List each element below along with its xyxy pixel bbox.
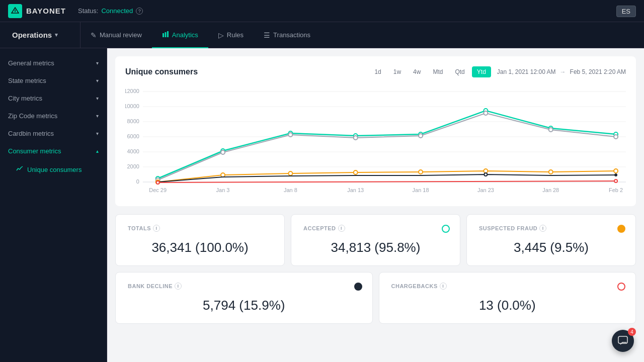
operations-label: Operations xyxy=(12,31,52,39)
chevron-icon: ▾ xyxy=(96,113,99,119)
chart-card: Unique consumers 1d 1w 4w Mtd Qtd Ytd Ja… xyxy=(115,56,636,206)
fraud-value: 3,445 (9.5%) xyxy=(479,240,623,255)
svg-text:Jan 13: Jan 13 xyxy=(347,187,364,193)
manual-review-icon: ✎ xyxy=(91,31,97,39)
sidebar-item-consumer-metrics[interactable]: Consumer metrics ▴ xyxy=(0,142,107,160)
logo: BAYONET xyxy=(8,4,66,18)
sidebar: General metrics ▾ State metrics ▾ City m… xyxy=(0,48,107,362)
sidebar-item-cardbin-metrics[interactable]: Cardbin metrics ▾ xyxy=(0,125,107,142)
svg-text:4000: 4000 xyxy=(127,148,139,154)
time-btn-mtd[interactable]: Mtd xyxy=(428,66,448,77)
tab-transactions-label: Transactions xyxy=(273,31,310,39)
tab-manual-review[interactable]: ✎ Manual review xyxy=(80,23,152,48)
svg-text:6000: 6000 xyxy=(127,133,139,139)
date-from: Jan 1, 2021 12:00 AM xyxy=(497,68,556,75)
totals-info-icon[interactable]: i xyxy=(153,225,160,232)
tab-rules[interactable]: ▷ Rules xyxy=(208,23,254,48)
fraud-info-icon[interactable]: i xyxy=(539,225,546,232)
metric-label-bank-decline: BANK DECLINE i xyxy=(128,283,360,290)
tab-rules-label: Rules xyxy=(227,31,244,39)
svg-point-37 xyxy=(288,133,292,137)
svg-point-38 xyxy=(354,136,358,140)
time-btn-4w[interactable]: 4w xyxy=(408,66,426,77)
metric-label-chargebacks: CHARGEBACKS i xyxy=(391,283,624,290)
time-btn-1w[interactable]: 1w xyxy=(388,66,406,77)
chevron-icon: ▾ xyxy=(96,60,99,66)
sub-item-label: Unique consumers xyxy=(27,166,82,173)
chargebacks-info-icon[interactable]: i xyxy=(440,283,447,290)
time-controls: 1d 1w 4w Mtd Qtd Ytd xyxy=(369,66,491,77)
sidebar-label-city: City metrics xyxy=(8,95,42,102)
chat-button[interactable]: 4 xyxy=(612,330,634,352)
sidebar-item-state-metrics[interactable]: State metrics ▾ xyxy=(0,72,107,89)
svg-text:12000: 12000 xyxy=(125,88,139,94)
svg-point-48 xyxy=(484,169,488,173)
tab-analytics-label: Analytics xyxy=(172,31,198,39)
svg-text:Jan 8: Jan 8 xyxy=(284,187,297,193)
sidebar-label-cardbin: Cardbin metrics xyxy=(8,130,54,137)
chevron-icon: ▾ xyxy=(96,96,99,101)
svg-point-53 xyxy=(614,173,617,176)
accepted-label-text: ACCEPTED xyxy=(303,225,336,231)
metrics-grid-top: TOTALS i 36,341 (100.0%) ACCEPTED i 34,8… xyxy=(115,214,636,266)
sidebar-label-consumer: Consumer metrics xyxy=(8,147,61,155)
chevron-icon: ▾ xyxy=(96,78,99,83)
language-badge[interactable]: ES xyxy=(616,6,636,17)
svg-point-36 xyxy=(221,150,225,154)
status-info-icon[interactable]: ? xyxy=(136,8,143,15)
svg-text:Jan 18: Jan 18 xyxy=(413,187,429,193)
time-btn-1d[interactable]: 1d xyxy=(369,66,386,77)
bank-decline-info-icon[interactable]: i xyxy=(175,283,182,290)
operations-dropdown[interactable]: Operations ▾ xyxy=(0,22,80,48)
metrics-grid-bottom: BANK DECLINE i 5,794 (15.9%) CHARGEBACKS… xyxy=(115,272,636,324)
chevron-up-icon: ▴ xyxy=(96,148,99,154)
totals-label-text: TOTALS xyxy=(128,225,151,231)
transactions-icon: ☰ xyxy=(264,31,270,39)
svg-text:10000: 10000 xyxy=(125,103,139,109)
metric-card-accepted: ACCEPTED i 34,813 (95.8%) xyxy=(291,214,460,266)
svg-rect-2 xyxy=(163,33,164,37)
chart-header: Unique consumers 1d 1w 4w Mtd Qtd Ytd Ja… xyxy=(125,66,626,77)
topbar-right: ES xyxy=(616,7,636,16)
sidebar-label-state: State metrics xyxy=(8,77,46,84)
svg-point-54 xyxy=(156,181,159,184)
status-value: Connected xyxy=(101,7,133,15)
tab-transactions[interactable]: ☰ Transactions xyxy=(254,23,320,48)
sidebar-submenu-consumer: Unique consumers xyxy=(0,160,107,179)
sidebar-item-zipcode-metrics[interactable]: Zip Code metrics ▾ xyxy=(0,107,107,125)
chargebacks-value: 13 (0.0%) xyxy=(391,298,624,313)
metric-label-accepted: ACCEPTED i xyxy=(303,225,448,232)
tab-analytics[interactable]: Analytics xyxy=(152,23,208,48)
bank-decline-value: 5,794 (15.9%) xyxy=(128,298,360,313)
chevron-icon: ▾ xyxy=(96,131,99,136)
svg-rect-4 xyxy=(167,31,169,37)
metric-label-fraud: SUSPECTED FRAUD i xyxy=(479,225,623,232)
chart-title: Unique consumers xyxy=(125,67,198,76)
chargebacks-dot xyxy=(617,283,625,291)
svg-point-47 xyxy=(419,170,423,174)
status-label: Status: xyxy=(78,7,98,15)
sidebar-item-general-metrics[interactable]: General metrics ▾ xyxy=(0,54,107,72)
svg-text:8000: 8000 xyxy=(127,118,139,124)
svg-point-41 xyxy=(549,128,553,132)
sidebar-item-city-metrics[interactable]: City metrics ▾ xyxy=(0,89,107,107)
analytics-icon xyxy=(162,31,169,39)
svg-text:Jan 3: Jan 3 xyxy=(216,187,230,193)
accepted-dot xyxy=(442,225,450,233)
chart-svg: 12000 10000 8000 6000 4000 2000 0 xyxy=(125,85,626,196)
sidebar-label-general: General metrics xyxy=(8,59,54,67)
svg-point-45 xyxy=(288,171,292,175)
svg-text:Dec 29: Dec 29 xyxy=(149,187,167,193)
metric-card-bank-decline: BANK DECLINE i 5,794 (15.9%) xyxy=(115,272,373,324)
metric-label-totals: TOTALS i xyxy=(128,225,272,232)
sidebar-sub-unique-consumers[interactable]: Unique consumers xyxy=(16,162,107,177)
sub-item-icon xyxy=(16,165,23,174)
nav-tabs: ✎ Manual review Analytics ▷ Rules ☰ Tran… xyxy=(80,22,320,48)
svg-point-52 xyxy=(484,173,487,176)
time-btn-qtd[interactable]: Qtd xyxy=(450,66,469,77)
metric-card-suspected-fraud: SUSPECTED FRAUD i 3,445 (9.5%) xyxy=(466,214,636,266)
bank-decline-dot xyxy=(354,283,362,291)
bank-decline-label-text: BANK DECLINE xyxy=(128,283,173,289)
accepted-info-icon[interactable]: i xyxy=(338,225,345,232)
time-btn-ytd[interactable]: Ytd xyxy=(472,66,491,77)
